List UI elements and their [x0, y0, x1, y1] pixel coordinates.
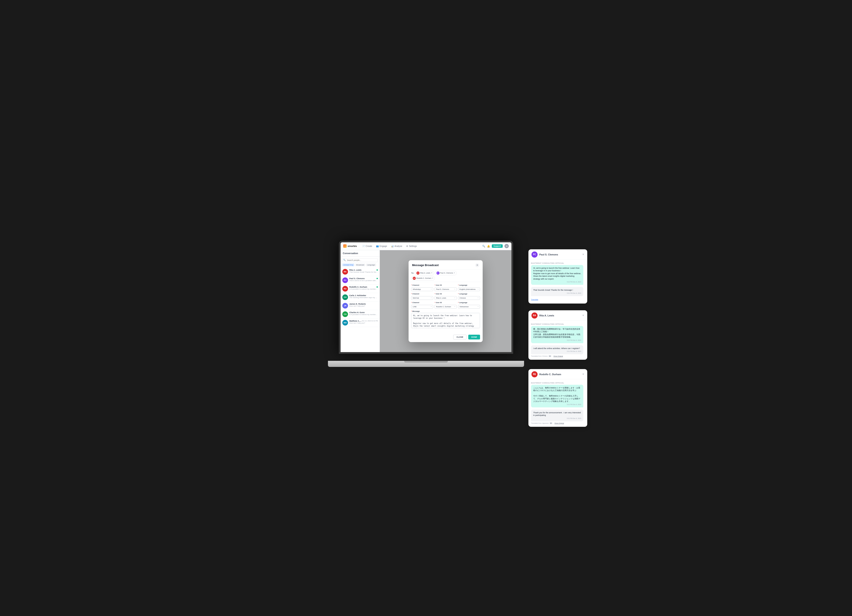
sidebar-title: Conversation	[341, 250, 379, 256]
conv-info-charles: Charles H. Gunn Is it possible to extend…	[349, 311, 378, 317]
language-label-3: * Language	[458, 301, 480, 304]
form-body: * Channel WhatsApp * User ID	[409, 282, 483, 333]
modal-close-button[interactable]: ✕	[475, 263, 479, 267]
chat-close-paul[interactable]: ✕	[582, 253, 584, 256]
nav-engage[interactable]: 👥 Engage	[375, 244, 389, 248]
conv-item-matthew[interactable]: MD Matthew A. Dietz Dec 12, 2023 01:41 P…	[341, 319, 379, 327]
translated-badge-rita: AI	[548, 355, 551, 357]
userid-select-1[interactable]: Paul S. Clemons	[435, 288, 456, 291]
search-icon[interactable]: 🔍	[482, 245, 485, 248]
language-select-2[interactable]: Chinese	[458, 296, 480, 300]
nav-create[interactable]: 📄 Create	[360, 244, 374, 248]
userid-label-1: * User ID	[435, 284, 456, 286]
conv-item-carla[interactable]: CH Carla J. Hofstetter The tracking info…	[341, 293, 379, 301]
translate-link-paul[interactable]: Translate	[531, 298, 538, 300]
support-button[interactable]: Support	[492, 244, 503, 248]
recipient-avatar-rodolfo: RD	[413, 277, 416, 280]
chat-close-rodolfo[interactable]: ✕	[582, 373, 584, 376]
conv-name-james: James E. Rodarte	[349, 303, 366, 305]
conv-info-carla: Carla J. Hofstetter The tracking informa…	[349, 294, 378, 300]
conv-preview-paul: There seems to be a problem with the...	[349, 280, 378, 282]
show-original-link-rita[interactable]: Show Original	[553, 355, 563, 357]
inbound-time-rodolfo: 5:31 PM Dec 8, 2023	[533, 417, 581, 420]
userid-label-3: * User ID	[435, 301, 456, 304]
conv-name-charles: Charles H. Gunn	[349, 311, 365, 313]
nav-create-label: Create	[366, 245, 372, 247]
form-row-1: * Channel WhatsApp * User ID	[411, 284, 480, 291]
logo-text: sinorbis	[347, 245, 357, 247]
gear-icon: ⚙	[406, 245, 408, 247]
filter-language[interactable]: Language	[366, 264, 376, 266]
filter-unread-only[interactable]: Unread Only	[342, 264, 354, 266]
close-button[interactable]: CLOSE	[453, 335, 467, 339]
conv-info-paul: Paul S. Clemons There seems to be a prob…	[349, 277, 378, 283]
nav-settings[interactable]: ⚙ Settings	[405, 244, 418, 248]
channel-select-2[interactable]: WeChat	[411, 296, 433, 300]
userid-select-2[interactable]: Rita A. Lewis	[435, 296, 456, 300]
channel-label-3: * Channel	[411, 301, 433, 304]
conv-name-carla: Carla J. Hofstetter	[349, 294, 366, 297]
conv-preview-rita: That Sounds Great! Thanks for the...	[349, 271, 378, 273]
inbound-bubble-rodolfo: Thank you for the announcement . I am ve…	[531, 410, 583, 421]
channel-select-1[interactable]: WhatsApp	[411, 288, 433, 291]
conv-avatar-charles: CG	[342, 311, 348, 317]
chat-close-rita[interactable]: ✕	[582, 314, 584, 317]
recipient-tag-paul: PC Paul S. Clemons ✕	[435, 271, 457, 275]
main-content: Conversation 🔍 Unread Only Broadcast Lan…	[341, 250, 511, 352]
conv-avatar-rodolfo: RD	[342, 286, 348, 292]
recipient-tag-rita: RA Rita A. Lewis ✕	[415, 271, 434, 275]
conv-item-paul[interactable]: PC Paul S. Clemons There seems to be a p…	[341, 276, 379, 285]
navbar: sinorbis 📄 Create 👥 Engage	[341, 242, 511, 250]
conv-preview-matthew: How can I help you?	[349, 322, 378, 324]
chat-panel-paul: PC Paul S. Clemons ✕ EASTWEAT CONSULTING…	[529, 249, 587, 304]
remove-rita-button[interactable]: ✕	[431, 272, 432, 274]
nav-analyse-label: Analyse	[394, 245, 402, 247]
conv-item-charles[interactable]: CG Charles H. Gunn Is it possible to ext…	[341, 310, 379, 319]
nav-right: 🔍 🔔 Support M	[482, 244, 509, 248]
language-field-3: * Language Vietnamese	[458, 301, 480, 309]
language-select-3[interactable]: Vietnamese	[458, 305, 480, 309]
chat-panel-rita-header: RA Rita A. Lewis ✕	[529, 310, 587, 321]
remove-paul-button[interactable]: ✕	[454, 272, 455, 274]
done-button[interactable]: DONE	[468, 335, 480, 339]
recipient-name-paul: Paul S. Clemons	[440, 272, 453, 274]
conv-name-rodolfo: Rodolfo C. Durham	[349, 286, 367, 288]
chat-body-paul: EASTWEAT CONSULTING OFFICIAL Hi, we're g…	[529, 259, 587, 304]
filter-broadcast[interactable]: Broadcast	[355, 264, 365, 266]
userid-field-2: * User ID Rita A. Lewis	[435, 293, 456, 300]
conv-avatar-james: JR	[342, 303, 348, 309]
language-select-1[interactable]: English (International)	[458, 288, 480, 291]
conv-item-james[interactable]: JR James E. Rodarte How can I help you?	[341, 301, 379, 310]
sidebar-search-area: 🔍	[341, 256, 379, 264]
status-dot-rodolfo	[376, 286, 378, 288]
conv-info-rodolfo: Rodolfo C. Durham Is it possible to exte…	[349, 286, 378, 292]
search-input[interactable]	[342, 258, 378, 262]
recipient-name-rodolfo: Rodolfo C. Durham	[416, 277, 431, 279]
nav-analyse[interactable]: 📊 Analyse	[389, 244, 404, 248]
userid-select-3[interactable]: Rodolfo C. Durham	[435, 305, 456, 309]
form-row-3: * Channel LINE * User ID	[411, 301, 480, 309]
conv-item-rita[interactable]: RK Rita A. Lewis That Sounds Great! Than…	[341, 268, 379, 276]
nav-engage-label: Engage	[379, 245, 387, 247]
conversation-list: RK Rita A. Lewis That Sounds Great! Than…	[341, 268, 379, 352]
channel-field-2: * Channel WeChat	[411, 293, 433, 300]
outbound-time-rita: 5:22 PM Dec 6, 2023	[533, 339, 581, 342]
file-icon: 📄	[362, 245, 365, 247]
translated-label-rita: Translated from Chinese AI | Show Origin…	[531, 355, 585, 357]
bell-icon[interactable]: 🔔	[487, 245, 490, 248]
outbound-bubble-rita: 嗯，我们将推出免费网络研讨会：学习如何在您的业务中利用人工智能！ 立即注册，获取…	[531, 326, 583, 343]
users-icon: 👥	[376, 245, 379, 247]
chat-username-rita: Rita A. Lewis	[539, 314, 580, 317]
conv-preview-james: How can I help you?	[349, 305, 378, 307]
status-dot-rita	[376, 270, 378, 271]
translated-from-rodolfo: Translated from Japanese	[531, 422, 549, 424]
chat-username-paul: Paul S. Clemons	[539, 253, 580, 256]
remove-rodolfo-button[interactable]: ✕	[432, 277, 434, 279]
show-original-link-rodolfo[interactable]: Show Original	[554, 422, 564, 424]
to-label: To:	[411, 272, 414, 274]
conv-info-matthew: Matthew A. Dietz Dec 12, 2023 01:41 PM H…	[349, 320, 378, 325]
form-row-2: * Channel WeChat * User ID	[411, 293, 480, 300]
message-textarea[interactable]: Hi, we're going to launch the free webin…	[411, 313, 480, 328]
conv-item-rodolfo[interactable]: RD Rodolfo C. Durham Is it possible to e…	[341, 285, 379, 293]
channel-select-3[interactable]: LINE	[411, 305, 433, 309]
